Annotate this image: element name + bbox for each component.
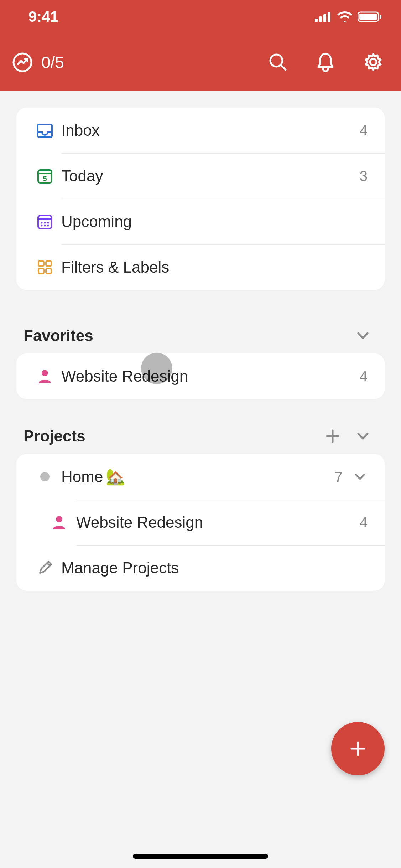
nav-label: Today — [61, 167, 103, 185]
svg-point-10 — [370, 59, 376, 65]
favorite-item[interactable]: Website Redesign 4 — [16, 353, 385, 399]
plus-icon — [348, 739, 368, 759]
projects-header[interactable]: Projects — [16, 418, 385, 454]
nav-label: Upcoming — [61, 213, 132, 231]
nav-count: 3 — [360, 168, 373, 184]
status-indicators — [315, 11, 382, 22]
inbox-icon — [36, 122, 54, 139]
app-header: 9:41 — [0, 0, 401, 91]
daily-progress[interactable]: 0/5 — [12, 52, 64, 73]
status-bar: 9:41 — [0, 0, 401, 33]
svg-rect-22 — [38, 261, 44, 266]
svg-rect-3 — [328, 12, 330, 22]
project-count: 7 — [335, 469, 348, 485]
svg-rect-6 — [380, 15, 381, 19]
svg-point-21 — [47, 225, 49, 227]
chevron-down-icon[interactable] — [355, 429, 370, 444]
project-item-home[interactable]: Home 🏡 7 — [16, 454, 385, 500]
svg-rect-24 — [38, 268, 44, 274]
manage-projects[interactable]: Manage Projects — [16, 545, 385, 591]
project-label: Home — [61, 468, 103, 486]
svg-rect-0 — [315, 19, 318, 22]
chevron-down-icon[interactable] — [355, 328, 370, 343]
pencil-icon — [36, 559, 53, 577]
search-icon — [268, 52, 288, 72]
main-content: Inbox 4 5 Today 3 — [0, 91, 401, 607]
favorites-header[interactable]: Favorites — [16, 318, 385, 353]
favorite-count: 4 — [360, 368, 373, 384]
nav-inbox[interactable]: Inbox 4 — [16, 108, 385, 153]
nav-card: Inbox 4 5 Today 3 — [16, 108, 385, 290]
nav-count: 4 — [360, 123, 373, 139]
svg-text:5: 5 — [43, 174, 47, 182]
grid-icon — [36, 258, 54, 276]
project-count: 4 — [360, 515, 373, 531]
person-icon — [37, 368, 53, 384]
wifi-icon — [337, 11, 353, 22]
nav-label: Inbox — [61, 122, 100, 139]
svg-rect-5 — [359, 14, 377, 20]
nav-label: Filters & Labels — [61, 258, 169, 276]
svg-point-17 — [44, 222, 46, 224]
plus-icon[interactable] — [325, 428, 340, 444]
svg-point-19 — [41, 225, 43, 227]
svg-rect-25 — [46, 268, 51, 274]
svg-point-29 — [56, 516, 62, 522]
project-emoji: 🏡 — [106, 467, 125, 486]
project-label: Website Redesign — [76, 513, 203, 531]
upcoming-icon — [36, 213, 54, 231]
section-title: Favorites — [24, 327, 93, 345]
gear-icon — [363, 52, 383, 72]
manage-projects-label: Manage Projects — [61, 559, 179, 577]
nav-upcoming[interactable]: Upcoming — [16, 199, 385, 244]
favorites-card: Website Redesign 4 — [16, 353, 385, 399]
progress-text: 0/5 — [41, 53, 64, 72]
cellular-icon — [315, 11, 332, 22]
chevron-down-icon[interactable] — [353, 470, 367, 484]
notifications-button[interactable] — [313, 49, 338, 76]
svg-rect-2 — [323, 14, 326, 22]
search-button[interactable] — [265, 49, 291, 76]
svg-point-18 — [47, 222, 49, 224]
battery-icon — [358, 11, 382, 22]
svg-rect-23 — [46, 261, 51, 266]
project-color-dot — [40, 472, 50, 481]
svg-point-20 — [44, 225, 46, 227]
person-icon — [51, 514, 67, 531]
add-task-fab[interactable] — [331, 722, 385, 775]
svg-rect-1 — [319, 16, 322, 22]
svg-point-26 — [42, 370, 48, 376]
project-item-website-redesign[interactable]: Website Redesign 4 — [16, 500, 385, 545]
nav-today[interactable]: 5 Today 3 — [16, 153, 385, 199]
projects-card: Home 🏡 7 Website Redesign 4 — [16, 454, 385, 591]
header-bar: 0/5 — [0, 33, 401, 91]
progress-icon — [12, 52, 33, 73]
touch-cursor — [141, 353, 172, 384]
bell-icon — [316, 52, 335, 72]
settings-button[interactable] — [360, 49, 386, 76]
status-time: 9:41 — [28, 8, 58, 25]
section-title: Projects — [24, 427, 85, 445]
nav-filters-labels[interactable]: Filters & Labels — [16, 244, 385, 290]
svg-point-16 — [41, 222, 43, 224]
svg-line-9 — [281, 65, 286, 70]
home-indicator — [133, 854, 268, 859]
today-icon: 5 — [36, 167, 54, 185]
